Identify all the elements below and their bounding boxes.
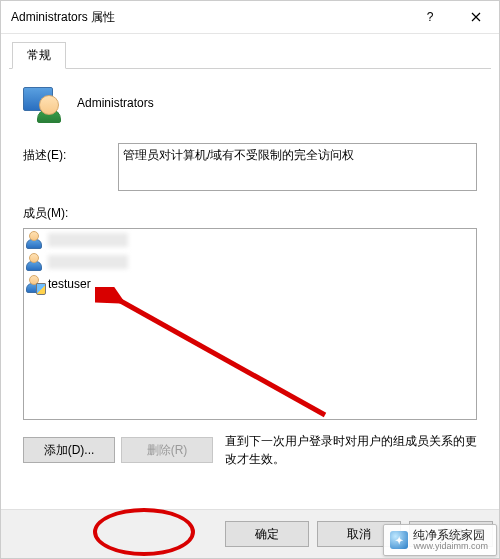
description-label: 描述(E): [23,143,118,164]
group-name: Administrators [77,96,154,110]
list-item[interactable] [24,251,476,273]
ok-button[interactable]: 确定 [225,521,309,547]
group-icon [23,85,59,121]
add-button[interactable]: 添加(D)... [23,437,115,463]
members-label: 成员(M): [23,205,477,222]
user-icon [26,253,44,271]
member-name: testuser [48,277,91,291]
close-button[interactable] [453,1,499,33]
members-list[interactable]: testuser [23,228,477,420]
tab-content: Administrators 描述(E): 管理员对计算机/域有不受限制的完全访… [1,69,499,468]
watermark-url: www.yidaimm.com [413,542,488,552]
description-field[interactable]: 管理员对计算机/域有不受限制的完全访问权 [118,143,477,191]
user-icon [26,275,44,293]
dialog-window: Administrators 属性 ? 常规 Administrators 描述… [0,0,500,559]
close-icon [471,12,481,22]
list-item[interactable]: testuser [24,273,476,295]
title-bar: Administrators 属性 ? [1,1,499,34]
help-button[interactable]: ? [407,1,453,33]
member-name-redacted [48,255,128,269]
list-item[interactable] [24,229,476,251]
tab-general[interactable]: 常规 [12,42,66,69]
watermark: ✦ 纯净系统家园 www.yidaimm.com [383,524,497,556]
tab-strip: 常规 [9,42,491,69]
member-name-redacted [48,233,128,247]
window-title: Administrators 属性 [11,9,407,26]
user-icon [26,231,44,249]
remove-button: 删除(R) [121,437,213,463]
membership-note: 直到下一次用户登录时对用户的组成员关系的更改才生效。 [225,432,477,468]
watermark-logo-icon: ✦ [390,531,408,549]
